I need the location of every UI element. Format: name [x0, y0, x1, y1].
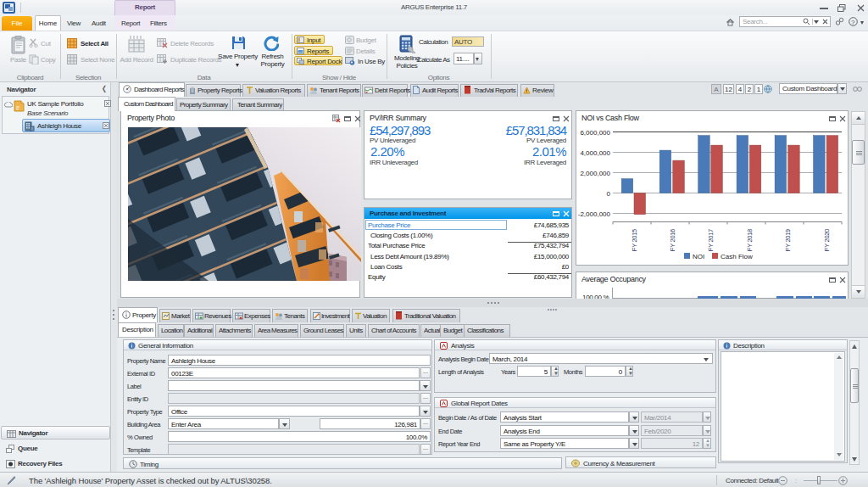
svg-text:6,000,000: 6,000,000 — [580, 129, 610, 137]
svg-text:2,000,000: 2,000,000 — [580, 170, 610, 177]
svg-text:?: ? — [851, 19, 855, 26]
svg-text:Cash Flow: Cash Flow — [721, 253, 753, 260]
svg-text:FY 2018: FY 2018 — [746, 229, 754, 251]
svg-text:NOI: NOI — [693, 253, 704, 260]
svg-text:FY 2020: FY 2020 — [823, 229, 831, 251]
svg-text:FY 2015: FY 2015 — [631, 229, 638, 251]
svg-text:-2,000,000: -2,000,000 — [578, 210, 611, 218]
svg-text:FY 2016: FY 2016 — [669, 229, 676, 251]
svg-text:FY 2019: FY 2019 — [784, 229, 792, 251]
svg-text:0: 0 — [607, 190, 611, 198]
svg-text:4,000,000: 4,000,000 — [580, 149, 610, 157]
svg-text:FY 2017: FY 2017 — [707, 229, 715, 251]
